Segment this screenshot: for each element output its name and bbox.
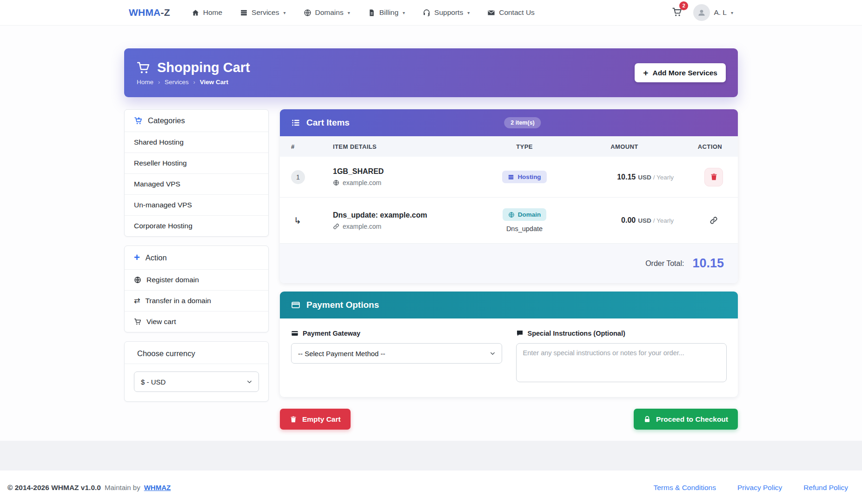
payment-method-select[interactable]: -- Select Payment Method --: [291, 343, 502, 364]
refund-policy-link[interactable]: Refund Policy: [803, 484, 848, 492]
home-icon: [192, 9, 199, 17]
cart-items-title: Cart Items: [306, 118, 350, 128]
person-icon: [697, 8, 706, 17]
action-cell: [676, 211, 727, 230]
action-header: + Action: [125, 246, 268, 269]
col-action: ACTION: [676, 143, 727, 150]
type-cell: Domain Dns_update: [476, 208, 573, 232]
proceed-to-checkout-button[interactable]: Proceed to Checkout: [634, 409, 738, 430]
category-label: Corporate Hosting: [134, 222, 192, 230]
amount-currency: USD: [638, 217, 651, 224]
page-title: Shopping Cart: [157, 60, 250, 75]
page-header-banner: Shopping Cart Home › Services › View Car…: [124, 48, 738, 97]
item-link-button[interactable]: [704, 211, 723, 230]
cart-button[interactable]: 2: [670, 5, 684, 20]
maintainer-link[interactable]: WHMAZ: [144, 484, 171, 491]
globe-icon: [333, 179, 339, 186]
currency-panel: Choose currency $ - USD: [124, 341, 269, 402]
add-more-services-button[interactable]: + Add More Services: [635, 63, 726, 82]
col-item-details: ITEM DETAILS: [333, 143, 476, 150]
breadcrumb-current: View Cart: [200, 79, 228, 86]
sidebar-item-corporate-hosting[interactable]: Corporate Hosting: [125, 215, 268, 236]
col-amount: AMOUNT: [573, 143, 676, 150]
breadcrumb-services[interactable]: Services: [165, 79, 189, 86]
nav-item-label: Home: [203, 8, 222, 17]
sidebar: Categories Shared Hosting Reseller Hosti…: [124, 109, 269, 402]
item-domain-text: example.com: [343, 179, 381, 186]
currency-select[interactable]: $ - USD: [134, 371, 259, 392]
nav-item-billing[interactable]: Billing ▾: [368, 8, 405, 17]
user-label: A. L: [714, 8, 727, 17]
sidebar-item-managed-vps[interactable]: Managed VPS: [125, 173, 268, 194]
currency-select-wrap: $ - USD: [134, 371, 259, 392]
brand-primary: WHMA: [129, 7, 160, 18]
nav-item-contact[interactable]: Contact Us: [487, 8, 535, 17]
privacy-policy-link[interactable]: Privacy Policy: [737, 484, 782, 492]
sidebar-item-view-cart[interactable]: View cart: [125, 311, 268, 332]
link-icon: [333, 223, 339, 230]
categories-title: Categories: [148, 116, 185, 125]
empty-cart-button[interactable]: Empty Cart: [280, 409, 351, 430]
invoice-icon: [368, 9, 376, 17]
hosting-type-badge: Hosting: [502, 171, 546, 183]
table-row: ↳ Dns_update: example.com example.com: [280, 198, 738, 244]
content-layout: Categories Shared Hosting Reseller Hosti…: [124, 109, 738, 430]
breadcrumb: Home › Services › View Cart: [137, 79, 250, 86]
categories-panel: Categories Shared Hosting Reseller Hosti…: [124, 109, 269, 237]
special-instructions-input[interactable]: [516, 343, 727, 382]
action-panel: + Action Register domain ⇄ Transfer in a…: [124, 245, 269, 332]
cart-icon: [136, 61, 150, 75]
item-domain: example.com: [333, 179, 476, 186]
terms-conditions-link[interactable]: Terms & Conditions: [654, 484, 716, 492]
nav-item-services[interactable]: Services ▾: [240, 8, 285, 17]
item-count-badge: 2 item(s): [504, 117, 541, 128]
amount-cell: 10.15USD/ Yearly: [573, 173, 676, 181]
col-index: #: [291, 143, 333, 150]
category-label: Shared Hosting: [134, 138, 184, 146]
item-name: Dns_update: example.com: [333, 211, 476, 219]
nav-item-domains[interactable]: Domains ▾: [304, 8, 350, 17]
banner-left: Shopping Cart Home › Services › View Car…: [136, 60, 250, 86]
cart-items-card: Cart Items 2 item(s) # ITEM DETAILS TYPE…: [280, 109, 738, 283]
payment-options-header: Payment Options: [280, 292, 738, 318]
user-menu[interactable]: A. L ▾: [693, 4, 733, 21]
special-instructions-label-row: Special Instructions (Optional): [516, 330, 727, 337]
action-title: Action: [146, 253, 167, 262]
payment-gateway-field: Payment Gateway -- Select Payment Method…: [291, 330, 502, 384]
breadcrumb-separator: ›: [193, 79, 195, 86]
add-more-services-label: Add More Services: [652, 69, 717, 77]
category-label: Reseller Hosting: [134, 159, 187, 167]
level-down-arrow-icon: ↳: [291, 215, 333, 226]
sidebar-item-transfer-domain[interactable]: ⇄ Transfer in a domain: [125, 290, 268, 311]
special-instructions-field: Special Instructions (Optional): [516, 330, 727, 384]
breadcrumb-home[interactable]: Home: [137, 79, 153, 86]
sidebar-item-shared-hosting[interactable]: Shared Hosting: [125, 132, 268, 153]
sidebar-item-reseller-hosting[interactable]: Reseller Hosting: [125, 153, 268, 173]
maintain-text: Maintain by: [105, 484, 140, 491]
cart-table-header: # ITEM DETAILS TYPE AMOUNT ACTION: [280, 136, 738, 157]
empty-cart-label: Empty Cart: [302, 415, 341, 424]
breadcrumb-separator: ›: [158, 79, 160, 86]
list-icon: [291, 118, 300, 127]
categories-header: Categories: [125, 110, 268, 132]
nav-item-home[interactable]: Home: [192, 8, 222, 17]
currency-title: Choose currency: [125, 342, 268, 364]
item-name: 1GB_SHARED: [333, 167, 476, 176]
sidebar-item-unmanaged-vps[interactable]: Un-managed VPS: [125, 194, 268, 215]
copyright-text: © 2014-2026 WHMAZ v1.0.0: [7, 484, 101, 492]
trash-icon: [290, 416, 297, 423]
action-cell: [676, 168, 727, 186]
brand-logo[interactable]: WHMA-Z: [129, 7, 170, 18]
amount-currency: USD: [638, 174, 651, 181]
sidebar-item-register-domain[interactable]: Register domain: [125, 269, 268, 290]
order-total-bar: Order Total: 10.15: [280, 244, 738, 283]
nav-item-supports[interactable]: Supports ▾: [423, 8, 470, 17]
banner-title-row: Shopping Cart: [136, 60, 250, 75]
credit-card-icon: [291, 330, 298, 337]
type-note: Dns_update: [506, 225, 543, 232]
nav-item-label: Billing: [379, 8, 398, 17]
nav-item-label: Supports: [434, 8, 463, 17]
order-total-label: Order Total:: [645, 259, 684, 268]
caret-down-icon: ▾: [283, 10, 285, 15]
delete-item-button[interactable]: [704, 168, 723, 186]
